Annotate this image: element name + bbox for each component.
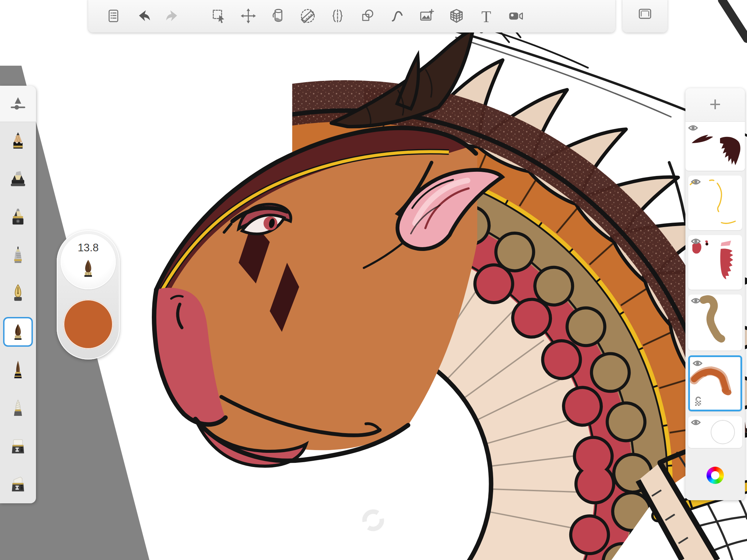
sidebar-item-pencil[interactable] <box>0 122 36 160</box>
time-lapse-button[interactable] <box>501 4 531 28</box>
symmetry-tool-button[interactable] <box>323 4 352 28</box>
sidebar-item-round-brush[interactable] <box>0 312 36 351</box>
sidebar-item-airbrush[interactable] <box>0 198 36 236</box>
current-color-puck[interactable] <box>63 299 113 349</box>
import-image-button[interactable] <box>412 4 442 28</box>
brush-settings-button[interactable] <box>0 86 36 122</box>
layer-row-gold-lines[interactable] <box>688 176 742 230</box>
layers-panel: + <box>685 88 745 500</box>
marker-icon <box>8 169 28 189</box>
predictive-stroke-button[interactable] <box>382 4 412 28</box>
fullscreen-toggle-button[interactable] <box>636 6 654 22</box>
symmetry-icon <box>329 8 346 24</box>
layers-panel-footer <box>685 450 745 500</box>
smudge-blender-icon <box>8 398 28 418</box>
redo-icon <box>165 8 181 24</box>
brush-color-puck[interactable]: 13.8 <box>57 230 120 360</box>
sidebar-item-fineliner[interactable] <box>0 236 36 274</box>
pencil-icon <box>8 131 28 151</box>
brush-sidebar <box>0 86 36 503</box>
sidebar-item-smudge[interactable] <box>0 389 36 427</box>
layer-row-tan-band[interactable] <box>688 295 742 351</box>
layer-visibility-eye-icon[interactable] <box>691 178 701 185</box>
rotate-gesture-icon <box>360 507 386 533</box>
undo-icon <box>135 8 151 24</box>
undo-button[interactable] <box>128 4 158 28</box>
redo-button[interactable] <box>158 4 188 28</box>
layer-visibility-eye-icon[interactable] <box>691 238 701 245</box>
brush-library-menu-button[interactable] <box>99 4 128 28</box>
layer-visibility-eye-icon[interactable] <box>691 419 701 426</box>
app-window: T <box>0 0 747 560</box>
airbrush-icon <box>8 207 28 227</box>
sidebar-item-ink-brush[interactable] <box>0 351 36 389</box>
add-layer-icon: + <box>709 92 721 115</box>
sidebar-item-angled-eraser[interactable] <box>0 465 36 503</box>
layer-visibility-eye-icon[interactable] <box>691 297 701 304</box>
selection-icon <box>210 8 227 24</box>
layer-row-horns[interactable] <box>685 122 745 171</box>
shapes-icon <box>359 8 376 24</box>
menu-list-icon <box>105 8 121 24</box>
layer-visibility-eye-icon[interactable] <box>693 360 702 367</box>
fountain-pen-nib-icon <box>8 283 28 304</box>
layer-row-empty[interactable] <box>688 416 742 448</box>
shapes-tool-button[interactable] <box>352 4 382 28</box>
add-layer-button[interactable]: + <box>685 88 745 122</box>
perspective-guides-button[interactable] <box>442 4 471 28</box>
layer-visibility-eye-icon[interactable] <box>688 124 698 131</box>
ruler-tool-button[interactable] <box>293 4 323 28</box>
transform-tool-button[interactable] <box>233 4 263 28</box>
layer-row-orange-selected[interactable] <box>688 355 742 411</box>
paint-fill-icon <box>270 8 286 24</box>
selection-tool-button[interactable] <box>204 4 233 28</box>
round-brush-icon <box>78 256 98 280</box>
add-image-icon <box>418 8 435 24</box>
ruler-icon <box>299 8 316 24</box>
text-tool-icon: T <box>481 9 491 25</box>
sidebar-item-eraser[interactable] <box>0 427 36 465</box>
round-brush-icon <box>9 323 27 341</box>
fineliner-pen-icon <box>8 245 28 265</box>
transform-move-icon <box>240 8 257 24</box>
stroke-curve-icon <box>389 8 405 24</box>
sidebar-item-marker[interactable] <box>0 160 36 198</box>
brush-settings-icon <box>8 94 28 113</box>
layer-row-red-details[interactable] <box>688 235 742 290</box>
top-toolbar: T <box>88 0 615 32</box>
color-wheel-button[interactable] <box>707 467 724 484</box>
fullscreen-icon <box>636 6 654 22</box>
ink-brush-icon <box>8 360 28 380</box>
transparency-lock-icon[interactable] <box>693 396 702 407</box>
selected-brush-highlight <box>3 317 33 347</box>
text-tool-button[interactable]: T <box>471 4 501 28</box>
fullscreen-bar <box>622 0 667 32</box>
sidebar-item-fountain-pen[interactable] <box>0 274 36 312</box>
horn-small <box>397 55 418 109</box>
angled-eraser-icon <box>8 474 28 494</box>
video-camera-icon <box>507 8 525 24</box>
perspective-grid-icon <box>448 8 465 24</box>
brush-size-value: 13.8 <box>78 242 99 254</box>
fill-tool-button[interactable] <box>263 4 293 28</box>
brush-size-puck[interactable]: 13.8 <box>61 234 116 289</box>
flat-eraser-icon <box>8 436 28 456</box>
